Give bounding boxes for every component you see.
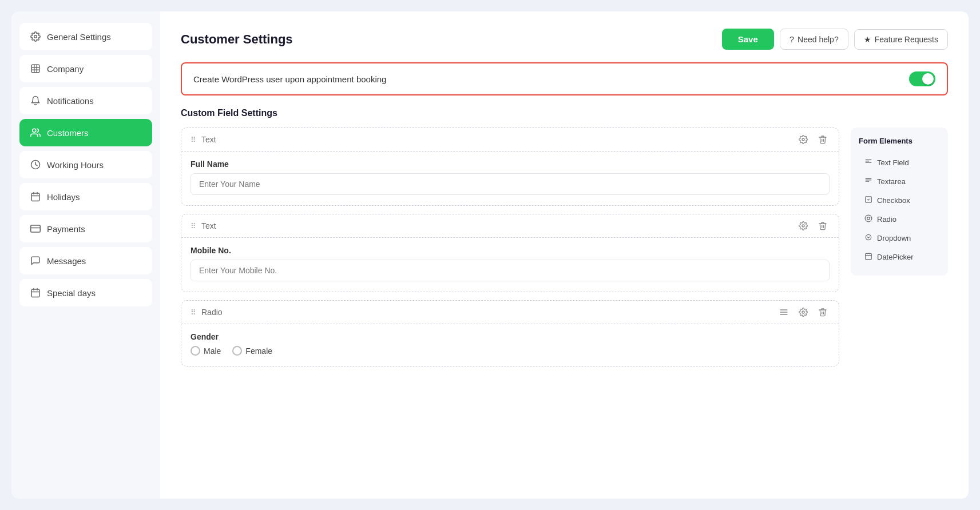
gender-radio-options: Male Female: [191, 346, 830, 356]
sidebar-item-messages[interactable]: Messages: [19, 247, 152, 274]
app-wrapper: General Settings Company Notifications: [11, 11, 969, 499]
field-delete-button[interactable]: [816, 306, 830, 318]
field-actions: [777, 306, 830, 318]
drag-handle-icon[interactable]: ⠿: [191, 308, 197, 317]
page-header: Customer Settings Save ? Need help? ★ Fe…: [181, 29, 948, 50]
drag-handle-icon[interactable]: ⠿: [191, 222, 197, 230]
field-label: Gender: [191, 332, 830, 341]
sidebar-item-label: Customers: [47, 128, 89, 138]
field-actions: [796, 134, 830, 145]
radio-circle-male: [191, 346, 200, 356]
svg-point-15: [802, 225, 804, 227]
svg-rect-4: [31, 193, 39, 201]
building-icon: [30, 63, 41, 74]
form-element-checkbox[interactable]: Checkbox: [859, 191, 940, 210]
sidebar-item-special-days[interactable]: Special days: [19, 279, 152, 306]
users-icon: [30, 127, 41, 138]
field-label: Mobile No.: [191, 246, 830, 255]
sidebar-item-label: General Settings: [47, 32, 111, 42]
sidebar-item-label: Holidays: [47, 192, 80, 202]
sidebar: General Settings Company Notifications: [11, 11, 160, 499]
field-settings-button[interactable]: [796, 134, 810, 145]
svg-point-2: [33, 129, 36, 132]
save-button[interactable]: Save: [722, 29, 774, 50]
form-element-radio[interactable]: Radio: [859, 210, 940, 229]
field-label: Full Name: [191, 160, 830, 169]
form-elements-title: Form Elements: [859, 137, 940, 145]
custom-field-settings-title: Custom Field Settings: [181, 108, 948, 118]
calendar2-icon: [30, 287, 41, 298]
sidebar-item-notifications[interactable]: Notifications: [19, 87, 152, 114]
sidebar-item-company[interactable]: Company: [19, 55, 152, 82]
card-icon: [30, 223, 41, 234]
field-card-header: ⠿ Radio: [181, 301, 839, 324]
text-lines-icon: [864, 158, 872, 168]
field-card-body: Full Name: [181, 152, 839, 205]
need-help-button[interactable]: ? Need help?: [780, 29, 848, 50]
field-delete-button[interactable]: [816, 220, 830, 232]
sidebar-item-general-settings[interactable]: General Settings: [19, 23, 152, 50]
form-element-dropdown[interactable]: Dropdown: [859, 229, 940, 248]
svg-rect-10: [31, 289, 39, 297]
field-type-label: ⠿ Text: [191, 135, 216, 144]
svg-rect-1: [31, 65, 39, 73]
clock-icon: [30, 159, 41, 170]
field-card-header: ⠿ Text: [181, 214, 839, 238]
sidebar-item-holidays[interactable]: Holidays: [19, 183, 152, 210]
field-settings-button[interactable]: [796, 220, 810, 232]
field-reorder-button[interactable]: [777, 306, 791, 318]
page-title: Customer Settings: [181, 32, 293, 47]
dropdown-icon: [864, 233, 872, 243]
field-settings-button[interactable]: [796, 306, 810, 318]
datepicker-icon: [864, 252, 872, 262]
sidebar-item-label: Payments: [47, 224, 85, 234]
toggle-label: Create WordPress user upon appointment b…: [193, 74, 386, 84]
sidebar-item-customers[interactable]: Customers: [19, 119, 152, 146]
svg-rect-8: [31, 225, 41, 232]
mobile-input[interactable]: [191, 260, 830, 281]
field-card-body: Gender Male Female: [181, 324, 839, 366]
field-card-mobile: ⠿ Text: [181, 214, 839, 292]
sidebar-item-label: Working Hours: [47, 160, 104, 170]
question-icon: ?: [789, 34, 794, 44]
field-type-label: ⠿ Radio: [191, 308, 223, 317]
svg-rect-30: [866, 253, 872, 260]
form-element-textarea[interactable]: Textarea: [859, 172, 940, 191]
drag-handle-icon[interactable]: ⠿: [191, 136, 197, 144]
form-element-text-field[interactable]: Text Field: [859, 153, 940, 172]
form-element-datepicker[interactable]: DatePicker: [859, 248, 940, 266]
header-actions: Save ? Need help? ★ Feature Requests: [722, 29, 948, 50]
calendar-icon: [30, 191, 41, 202]
svg-point-27: [865, 215, 872, 222]
svg-point-29: [866, 234, 871, 240]
chat-icon: [30, 255, 41, 266]
create-wp-user-toggle-row: Create WordPress user upon appointment b…: [181, 62, 948, 95]
sidebar-item-label: Company: [47, 64, 84, 74]
radio-option-male[interactable]: Male: [191, 346, 221, 356]
field-delete-button[interactable]: [816, 134, 830, 145]
fields-area: ⠿ Text: [181, 128, 839, 366]
create-wp-user-toggle[interactable]: [909, 71, 935, 86]
radio-option-female[interactable]: Female: [232, 346, 272, 356]
gear-icon: [30, 31, 41, 42]
svg-point-0: [34, 35, 37, 38]
field-card-header: ⠿ Text: [181, 128, 839, 152]
radio-circle-female: [232, 346, 242, 356]
field-type-label: ⠿ Text: [191, 221, 216, 230]
star-icon: ★: [864, 35, 871, 44]
sidebar-item-working-hours[interactable]: Working Hours: [19, 151, 152, 178]
sidebar-item-payments[interactable]: Payments: [19, 215, 152, 242]
field-card-gender: ⠿ Radio: [181, 300, 839, 366]
form-elements-panel: Form Elements Text Field Textarea: [851, 128, 948, 276]
radio-icon: [864, 214, 872, 224]
main-content: Customer Settings Save ? Need help? ★ Fe…: [160, 11, 969, 499]
field-actions: [796, 220, 830, 232]
svg-point-28: [867, 217, 870, 220]
feature-requests-button[interactable]: ★ Feature Requests: [854, 29, 948, 50]
svg-point-14: [802, 138, 804, 141]
field-card-fullname: ⠿ Text: [181, 128, 839, 206]
svg-point-19: [802, 311, 804, 313]
field-card-body: Mobile No.: [181, 238, 839, 292]
content-with-sidebar: ⠿ Text: [181, 128, 948, 366]
fullname-input[interactable]: [191, 173, 830, 195]
